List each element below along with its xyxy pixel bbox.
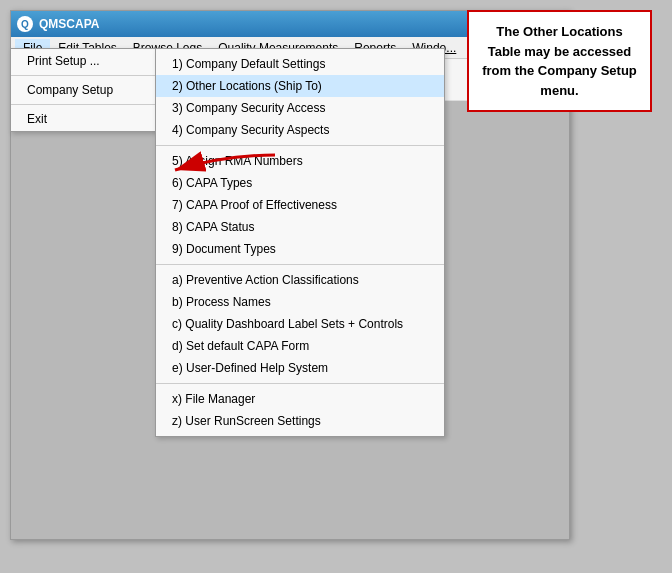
submenu-item-d[interactable]: d) Set default CAPA Form [156, 335, 444, 357]
file-print-setup[interactable]: Print Setup ... [11, 49, 159, 73]
submenu-item-z[interactable]: z) User RunScreen Settings [156, 410, 444, 432]
submenu-item-a[interactable]: a) Preventive Action Classifications [156, 269, 444, 291]
submenu-item-e[interactable]: e) User-Defined Help System [156, 357, 444, 379]
submenu-separator-2 [156, 264, 444, 265]
submenu-item-2[interactable]: 2) Other Locations (Ship To) [156, 75, 444, 97]
file-dropdown-menu: Print Setup ... Company Setup Exit [10, 48, 160, 132]
app-icon: Q [17, 16, 33, 32]
file-separator-2 [11, 104, 159, 105]
file-separator-1 [11, 75, 159, 76]
callout-box: The Other Locations Table may be accesse… [467, 10, 652, 112]
file-company-setup[interactable]: Company Setup [11, 78, 159, 102]
submenu-item-9[interactable]: 9) Document Types [156, 238, 444, 260]
submenu-item-x[interactable]: x) File Manager [156, 388, 444, 410]
submenu-item-1[interactable]: 1) Company Default Settings [156, 53, 444, 75]
app-title: QMSCAPA [39, 17, 99, 31]
submenu-item-8[interactable]: 8) CAPA Status [156, 216, 444, 238]
submenu-item-5[interactable]: 5) Assign RMA Numbers [156, 150, 444, 172]
submenu-item-6[interactable]: 6) CAPA Types [156, 172, 444, 194]
submenu-item-b[interactable]: b) Process Names [156, 291, 444, 313]
submenu-item-3[interactable]: 3) Company Security Access [156, 97, 444, 119]
company-setup-submenu: 1) Company Default Settings 2) Other Loc… [155, 48, 445, 437]
submenu-separator-3 [156, 383, 444, 384]
callout-text: The Other Locations Table may be accesse… [482, 24, 637, 98]
submenu-item-4[interactable]: 4) Company Security Aspects [156, 119, 444, 141]
submenu-item-7[interactable]: 7) CAPA Proof of Effectiveness [156, 194, 444, 216]
submenu-separator-1 [156, 145, 444, 146]
file-exit[interactable]: Exit [11, 107, 159, 131]
submenu-item-c[interactable]: c) Quality Dashboard Label Sets + Contro… [156, 313, 444, 335]
